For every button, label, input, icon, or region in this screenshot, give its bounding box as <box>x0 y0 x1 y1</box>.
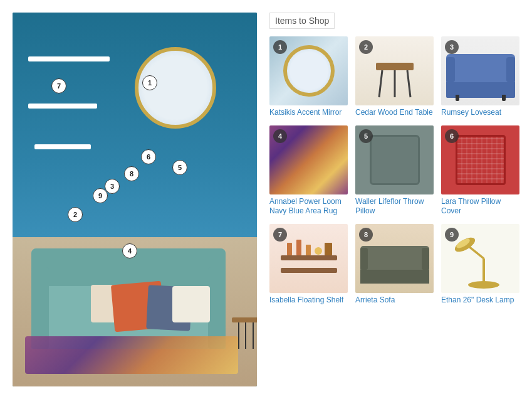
shop-title: Items to Shop <box>269 13 335 29</box>
item-label-2[interactable]: Cedar Wood End Table <box>355 108 434 118</box>
item-image-sofa[interactable]: 8 <box>355 224 434 293</box>
shop-item-8: 8 Arrieta Sofa <box>355 224 434 306</box>
shelf-top <box>28 56 110 61</box>
item-image-loveseat[interactable]: 3 <box>441 36 519 105</box>
shop-item-4: 4 Annabel Power Loom Navy Blue Area Rug <box>269 125 348 216</box>
end-table-leg <box>245 322 246 349</box>
item-label-3[interactable]: Rumsey Loveseat <box>441 108 519 118</box>
room-badge-9: 9 <box>93 188 108 203</box>
end-table-legs <box>235 322 257 349</box>
room-badge-5: 5 <box>172 160 187 175</box>
room-badge-4: 4 <box>122 243 137 258</box>
item-label-9[interactable]: Ethan 26" Desk Lamp <box>441 295 519 306</box>
item-badge-2: 2 <box>359 40 373 54</box>
item-badge-8: 8 <box>359 228 373 242</box>
end-table-leg <box>253 322 254 349</box>
floating-shelf-svg <box>274 233 343 284</box>
shop-panel: Items to Shop 1 Katsikis Accent Mirror 2… <box>269 13 519 386</box>
item-badge-1: 1 <box>273 40 287 54</box>
item-badge-6: 6 <box>445 129 459 143</box>
end-table-top <box>232 317 257 322</box>
svg-rect-5 <box>281 268 337 273</box>
item-badge-7: 7 <box>273 228 287 242</box>
svg-line-3 <box>407 70 410 97</box>
room-pillow-white <box>172 286 210 322</box>
shop-item-6: 6 Lara Throw Pillow Cover <box>441 125 519 216</box>
item-label-4[interactable]: Annabel Power Loom Navy Blue Area Rug <box>269 197 348 216</box>
item-badge-9: 9 <box>445 228 459 242</box>
svg-rect-10 <box>325 243 332 255</box>
item-label-5[interactable]: Waller Lifeflor Throw Pillow <box>355 197 434 216</box>
shop-item-7: 7 Isabella Floating Shelf <box>269 224 348 306</box>
items-grid: 1 Katsikis Accent Mirror 2 Cedar Wood En… <box>269 36 519 305</box>
room-end-table <box>235 317 257 349</box>
item-image-end-table[interactable]: 2 <box>355 36 434 105</box>
room-badge-2: 2 <box>68 207 83 222</box>
item-label-7[interactable]: Isabella Floating Shelf <box>269 295 348 306</box>
item-image-rug[interactable]: 4 <box>269 125 348 194</box>
shelf-bottom <box>34 144 91 149</box>
shop-item-5: 5 Waller Lifeflor Throw Pillow <box>355 125 434 216</box>
item-label-6[interactable]: Lara Throw Pillow Cover <box>441 197 519 216</box>
item-badge-3: 3 <box>445 40 459 54</box>
item-badge-4: 4 <box>273 129 287 143</box>
room-badge-8: 8 <box>124 166 139 181</box>
svg-line-1 <box>379 70 382 97</box>
svg-rect-7 <box>296 240 301 255</box>
room-badge-1: 1 <box>142 75 157 90</box>
room-couch <box>31 248 226 349</box>
svg-rect-4 <box>281 255 337 260</box>
room-badge-7: 7 <box>51 78 66 93</box>
shop-item-9: 9 Ethan 26" Desk Lamp <box>441 224 519 306</box>
item-image-desk-lamp[interactable]: 9 <box>441 224 519 293</box>
room-rug <box>25 336 238 374</box>
item-badge-5: 5 <box>359 129 373 143</box>
svg-rect-0 <box>376 63 414 70</box>
svg-line-13 <box>468 246 484 258</box>
svg-point-9 <box>315 247 322 255</box>
end-table-leg <box>238 322 239 349</box>
item-label-1[interactable]: Katsikis Accent Mirror <box>269 108 348 118</box>
desk-lamp-svg <box>452 227 509 290</box>
svg-rect-8 <box>306 245 311 255</box>
room-image: 1 2 3 4 5 6 7 8 9 <box>13 13 257 386</box>
item-image-lara-throw[interactable]: 6 <box>441 125 519 194</box>
room-badge-6: 6 <box>141 149 156 164</box>
end-table-svg <box>373 60 417 100</box>
svg-rect-6 <box>287 243 292 255</box>
item-image-throw-pillow[interactable]: 5 <box>355 125 434 194</box>
item-label-8[interactable]: Arrieta Sofa <box>355 295 434 306</box>
shop-item-2: 2 Cedar Wood End Table <box>355 36 434 118</box>
shop-item-1: 1 Katsikis Accent Mirror <box>269 36 348 118</box>
item-image-floating-shelf[interactable]: 7 <box>269 224 348 293</box>
shelf-middle <box>28 104 97 109</box>
item-image-mirror[interactable]: 1 <box>269 36 348 105</box>
shop-item-3: 3 Rumsey Loveseat <box>441 36 519 118</box>
